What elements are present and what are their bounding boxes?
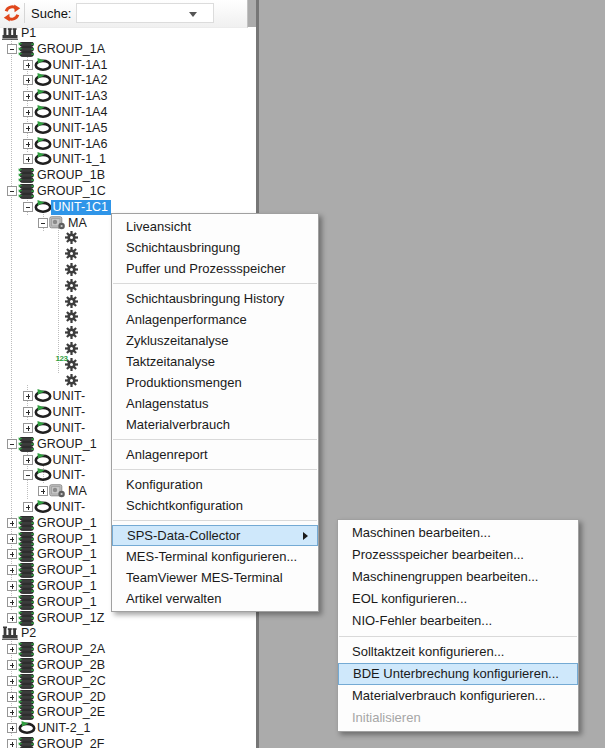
context-menu-item-liveansicht[interactable]: Liveansicht — [112, 216, 318, 237]
expander-plus-icon[interactable] — [23, 91, 33, 101]
expander-plus-icon[interactable] — [7, 581, 17, 591]
tree-node-label[interactable]: P2 — [19, 626, 39, 641]
submenu-item-maschinengruppen-bearbeiten[interactable]: Maschinengruppen bearbeiten... — [338, 566, 578, 588]
tree-node-label[interactable]: MA — [66, 484, 90, 499]
context-menu-item-anlagenstatus[interactable]: Anlagenstatus — [112, 393, 318, 414]
submenu-item-nio-fehler-bearbeiten[interactable]: NIO-Fehler bearbeiten... — [338, 610, 578, 632]
tree-node-label[interactable]: MA — [66, 216, 90, 231]
expander-plus-icon[interactable] — [7, 739, 17, 748]
tree-node-label[interactable]: UNIT- — [51, 468, 89, 483]
expander-plus-icon[interactable] — [7, 660, 17, 670]
tree-node-label[interactable]: GROUP_1 — [35, 563, 100, 578]
expander-plus-icon[interactable] — [23, 139, 33, 149]
expander-plus-icon[interactable] — [7, 676, 17, 686]
tree-node-label[interactable]: GROUP_1B — [35, 168, 108, 183]
context-menu-item-mes-terminal-konfigurieren[interactable]: MES-Terminal konfigurieren... — [112, 546, 318, 567]
expander-plus-icon[interactable] — [23, 455, 33, 465]
context-menu-item-artikel-verwalten[interactable]: Artikel verwalten — [112, 588, 318, 609]
expander-plus-icon[interactable] — [7, 723, 17, 733]
submenu-item-eol-konfigurieren[interactable]: EOL konfigurieren... — [338, 588, 578, 610]
tree-node-label-selected[interactable]: UNIT-1C1 — [51, 200, 112, 215]
context-menu-item-anlagenperformance[interactable]: Anlagenperformance — [112, 309, 318, 330]
submenu-item-maschinen-bearbeiten[interactable]: Maschinen bearbeiten... — [338, 522, 578, 544]
tree-node-label[interactable]: UNIT-1A6 — [51, 137, 111, 152]
expander-minus-icon[interactable] — [38, 218, 48, 228]
tree-node-label[interactable]: GROUP_2E — [35, 705, 108, 720]
expander-plus-icon[interactable] — [7, 644, 17, 654]
context-menu-item-schichtkonfiguration[interactable]: Schichtkonfiguration — [112, 495, 318, 516]
unit-loop-icon — [34, 105, 52, 121]
tree-node-label[interactable]: GROUP_2C — [35, 674, 109, 689]
expander-minus-icon[interactable] — [7, 44, 17, 54]
expander-plus-icon[interactable] — [7, 597, 17, 607]
context-menu-item-produktionsmengen[interactable]: Produktionsmengen — [112, 372, 318, 393]
tree-node-label[interactable]: UNIT-1A5 — [51, 121, 111, 136]
expander-plus-icon[interactable] — [23, 123, 33, 133]
tree-node-label[interactable]: GROUP_1 — [35, 547, 100, 562]
context-menu-item-puffer-und-prozessspeicher[interactable]: Puffer und Prozessspeicher — [112, 258, 318, 279]
expander-minus-icon[interactable] — [7, 439, 17, 449]
tree-node-label[interactable]: P1 — [19, 26, 39, 41]
expander-plus-icon[interactable] — [7, 707, 17, 717]
expander-plus-icon[interactable] — [23, 60, 33, 70]
tree-node-label[interactable]: GROUP_2B — [35, 658, 108, 673]
tree-row: UNIT-1A5 — [0, 120, 256, 136]
expander-plus-icon[interactable] — [23, 502, 33, 512]
tree-node-label[interactable]: GROUP_1 — [35, 579, 100, 594]
context-menu-item-schichtausbringung-history[interactable]: Schichtausbringung History — [112, 288, 318, 309]
context-menu-item-anlagenreport[interactable]: Anlagenreport — [112, 444, 318, 465]
context-menu-item-schichtausbringung[interactable]: Schichtausbringung — [112, 237, 318, 258]
expander-plus-icon[interactable] — [7, 565, 17, 575]
expander-plus-icon[interactable] — [7, 534, 17, 544]
expander-plus-icon[interactable] — [7, 613, 17, 623]
tree-node-label[interactable]: UNIT-1_1 — [51, 152, 110, 167]
refresh-icon[interactable] — [3, 4, 21, 22]
tree-node-label[interactable]: GROUP_1 — [35, 516, 100, 531]
expander-plus-icon[interactable] — [38, 486, 48, 496]
expander-plus-icon[interactable] — [7, 518, 17, 528]
expander-plus-icon[interactable] — [23, 107, 33, 117]
expander-plus-icon[interactable] — [23, 154, 33, 164]
tree-node-label[interactable]: GROUP_2D — [35, 690, 109, 705]
tree-node-label[interactable]: GROUP_1 — [35, 532, 100, 547]
expander-minus-icon[interactable] — [7, 186, 17, 196]
tree-node-label[interactable]: GROUP_2A — [35, 642, 108, 657]
context-menu-item-taktzeitanalyse[interactable]: Taktzeitanalyse — [112, 351, 318, 372]
expander-plus-icon[interactable] — [23, 407, 33, 417]
tree-node-label[interactable]: GROUP_1A — [35, 42, 108, 57]
tree-node-label[interactable]: UNIT- — [51, 500, 89, 515]
expander-plus-icon[interactable] — [7, 692, 17, 702]
context-menu-item-konfiguration[interactable]: Konfiguration — [112, 474, 318, 495]
tree-node-label[interactable]: GROUP_1 — [35, 437, 100, 452]
tree-node-label[interactable]: UNIT- — [51, 389, 89, 404]
expander-plus-icon[interactable] — [23, 75, 33, 85]
tree-node-label[interactable]: GROUP_2F — [35, 737, 107, 748]
tree-node-label[interactable]: UNIT- — [51, 421, 89, 436]
tree-node-label[interactable]: UNIT-2_1 — [35, 721, 94, 736]
tree-node-label[interactable]: GROUP_1Z — [35, 611, 107, 626]
tree-node-label[interactable]: UNIT-1A4 — [51, 105, 111, 120]
context-menu-item-sps-data-collector[interactable]: SPS-Data-Collector — [112, 525, 318, 546]
tree-node-label[interactable]: UNIT- — [51, 405, 89, 420]
tree-node-label[interactable]: GROUP_1C — [35, 184, 109, 199]
context-menu-item-teamviewer-mes-terminal[interactable]: TeamViewer MES-Terminal — [112, 567, 318, 588]
context-menu-item-materialverbrauch[interactable]: Materialverbrauch — [112, 414, 318, 435]
submenu-item-bde-unterbrechung-konfigurieren[interactable]: BDE Unterbrechung konfigurieren... — [338, 663, 578, 685]
tree-node-label[interactable]: UNIT- — [51, 453, 89, 468]
submenu-item-materialverbrauch-konfigurieren[interactable]: Materialverbrauch konfigurieren... — [338, 685, 578, 707]
expander-plus-icon[interactable] — [23, 423, 33, 433]
expander-minus-icon[interactable] — [23, 470, 33, 480]
tree-node-label[interactable]: UNIT-1A1 — [51, 58, 111, 73]
tree-node-label[interactable]: GROUP_1 — [35, 595, 100, 610]
chevron-down-icon[interactable] — [189, 12, 197, 17]
submenu-item-prozessspeicher-bearbeiten[interactable]: Prozessspeicher bearbeiten... — [338, 544, 578, 566]
expander-minus-icon[interactable] — [23, 202, 33, 212]
submenu-item-initialisieren: Initialisieren — [338, 707, 578, 729]
context-menu-item-zykluszeitanalyse[interactable]: Zykluszeitanalyse — [112, 330, 318, 351]
tree-node-label[interactable]: UNIT-1A2 — [51, 73, 111, 88]
expander-plus-icon[interactable] — [7, 549, 17, 559]
tree-node-label[interactable]: UNIT-1A3 — [51, 89, 111, 104]
submenu-item-solltaktzeit-konfigurieren[interactable]: Solltaktzeit konfigurieren... — [338, 641, 578, 663]
search-combobox[interactable] — [76, 3, 214, 23]
expander-plus-icon[interactable] — [23, 391, 33, 401]
